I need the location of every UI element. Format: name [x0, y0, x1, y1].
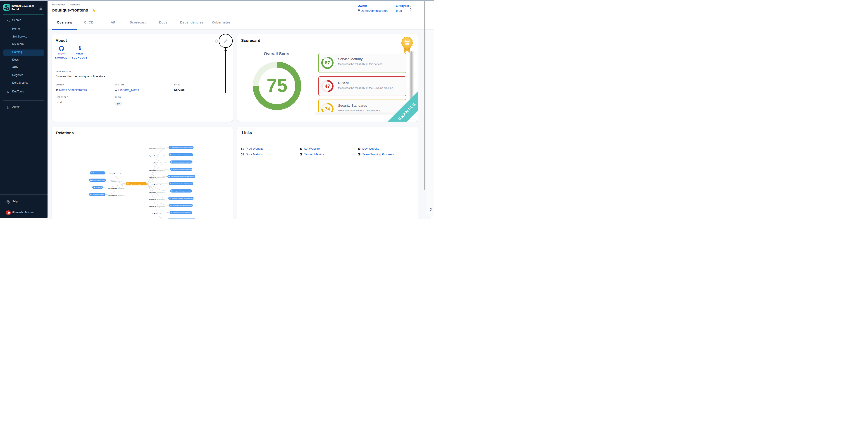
svg-text:dependsOn / dependencyOf: dependsOn / dependencyOf	[149, 148, 165, 149]
svg-text:component:boutique-currencyser: component:boutique-currencyservice	[172, 147, 192, 148]
svg-text:dependsOn / dependencyOf: dependsOn / dependencyOf	[149, 155, 165, 157]
svg-text:hasPart / partOf: hasPart / partOf	[152, 213, 161, 214]
svg-text:component:boutique-shippingser: component:boutique-shippingservice	[172, 183, 192, 184]
svg-text:api:starwars-graphql: api:starwars-graphql	[93, 194, 104, 195]
svg-text:component:boutique-frontend: component:boutique-frontend	[129, 183, 147, 184]
svg-text:ownerOf / ownedBy: ownerOf / ownedBy	[110, 173, 122, 174]
svg-text:component:boutique-cartservice: component:boutique-cartservice	[173, 212, 191, 213]
svg-text:dependsOn / dependencyOf: dependsOn / dependencyOf	[149, 206, 165, 207]
svg-text:Demo Administrators: Demo Administrators	[93, 172, 104, 174]
svg-text:74: 74	[325, 106, 330, 111]
svg-text:dependsOn / dependencyOf: dependsOn / dependencyOf	[149, 199, 165, 200]
svg-text:dependsOn / dependencyOf: dependsOn / dependencyOf	[149, 192, 165, 193]
svg-text:apiProvidedBy / providesApi: apiProvidedBy / providesApi	[108, 195, 124, 196]
svg-text:component:boutique-loadgenerat: component:boutique-loadgenerator	[173, 205, 192, 206]
svg-text:apiProvidedBy / providesApi: apiProvidedBy / providesApi	[108, 188, 124, 189]
svg-text:87: 87	[325, 60, 330, 65]
svg-text:component:boutique-redisservic: component:boutique-redisservice	[173, 161, 192, 163]
svg-text:component:boutique-adservice: component:boutique-adservice	[174, 190, 191, 192]
svg-text:dependsOn / dependencyOf: dependsOn / dependencyOf	[149, 177, 165, 178]
svg-text:component:boutique-paymentserv: component:boutique-paymentservice	[172, 154, 192, 156]
svg-text:component:boutique-productcata: component:boutique-productcatalogservice	[170, 176, 194, 177]
svg-text:hasPart / partOf: hasPart / partOf	[152, 162, 161, 164]
svg-text:api:petstore: api:petstore	[95, 187, 102, 188]
svg-text:component:boutique-checkoutser: component:boutique-checkoutservice	[172, 198, 192, 199]
svg-text:component:boutique-emailservic: component:boutique-emailservice	[173, 169, 192, 170]
svg-text:hasPart / partOf: hasPart / partOf	[111, 180, 120, 182]
svg-text:hasPart / partOf: hasPart / partOf	[152, 184, 161, 186]
svg-text:47: 47	[325, 83, 330, 89]
svg-text:system:Platform_Demo: system:Platform_Demo	[92, 179, 105, 181]
svg-text:Tier: Tier	[405, 43, 409, 45]
svg-text:dependsOn / dependencyOf: dependsOn / dependencyOf	[149, 169, 165, 171]
svg-text:Gold: Gold	[404, 40, 409, 43]
svg-text:?: ?	[7, 200, 8, 202]
